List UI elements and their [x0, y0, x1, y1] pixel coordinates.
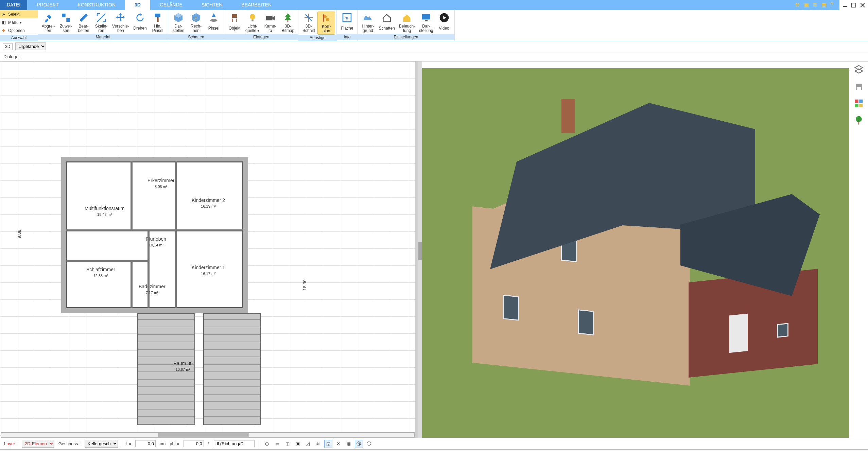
svg-rect-6 [155, 14, 160, 17]
menu-bearbeiten[interactable]: BEARBEITEN [232, 0, 281, 10]
aux-select[interactable]: ➤Selekt [0, 10, 38, 18]
chair-icon [229, 12, 240, 23]
help-icon[interactable]: ? [830, 2, 837, 8]
ribbon-pinsel[interactable]: Pinsel [205, 12, 223, 34]
ribbon-drehen[interactable]: Drehen [131, 12, 149, 34]
close-icon[interactable] [859, 2, 866, 8]
menu-3d[interactable]: 3D [125, 0, 150, 10]
terrain-select[interactable]: Urgelände [15, 42, 46, 50]
ribbon-skalieren[interactable]: Skalie-ren [92, 12, 110, 34]
menu-sichten[interactable]: SICHTEN [192, 0, 232, 10]
layer-select[interactable]: 2D-Elemen [22, 440, 54, 448]
layers2-icon[interactable]: ≋ [314, 440, 322, 448]
ribbon-bitmap[interactable]: 3D-Bitmap [279, 12, 297, 34]
ribbon-abgreifen[interactable]: Abgrei-fen [39, 12, 57, 34]
ribbon-kollision[interactable]: Kolli-sion [317, 12, 335, 35]
svg-point-18 [326, 18, 330, 21]
north-icon[interactable]: Ⓝ [355, 440, 363, 448]
ribbon-beleuchtung[interactable]: Beleuch-tung [397, 12, 417, 34]
view-3d[interactable] [422, 62, 849, 438]
length-input[interactable] [135, 440, 156, 447]
svg-rect-26 [856, 87, 857, 90]
screen-icon[interactable]: ▭ [273, 440, 281, 448]
cube-calc-icon: Σ [191, 12, 202, 23]
bg-icon [362, 12, 373, 23]
ribbon-hintergrund[interactable]: Hinter-grund [359, 12, 377, 34]
angle-icon[interactable]: ◿ [304, 440, 312, 448]
info-icon[interactable]: ⓘ [365, 440, 373, 448]
maximize-icon[interactable] [850, 2, 857, 8]
plan-2d-view[interactable]: Erkerzimmer8,05 m²Kinderzimmer 216,19 m²… [0, 62, 418, 438]
layers-stack-icon[interactable] [854, 64, 864, 74]
ribbon-hinpinsel[interactable]: Hin.Pinsel [149, 12, 167, 34]
assign-icon [60, 12, 71, 23]
svg-rect-12 [236, 19, 237, 22]
house-model [442, 85, 820, 391]
phi-input[interactable] [184, 440, 204, 447]
overlap-icon[interactable]: ◫ [283, 440, 292, 448]
gridsnap-icon[interactable]: ▦ [345, 440, 353, 448]
room-label: Badezimmer7,17 m² [139, 284, 166, 295]
room-label: Erkerzimmer8,05 m² [147, 178, 174, 189]
palette-icon[interactable] [854, 98, 864, 108]
furniture-icon[interactable] [854, 81, 864, 91]
transp-icon[interactable]: ◱ [324, 440, 332, 448]
ribbon-rechnen[interactable]: ΣRech-nen [187, 12, 205, 34]
camera-icon [265, 12, 276, 23]
group-label: Sonstige [298, 35, 336, 41]
ribbon-kamera[interactable]: Kame-ra [261, 12, 279, 34]
svg-rect-23 [425, 20, 428, 21]
group-label: Material [38, 34, 168, 40]
svg-rect-30 [855, 104, 858, 107]
ribbon-schatten-set[interactable]: Schatten [377, 12, 397, 34]
svg-rect-33 [858, 122, 859, 125]
aux-mark[interactable]: ◧Mark.▾ [0, 18, 38, 27]
tree-side-icon[interactable] [854, 115, 864, 125]
group-label: Schatten [168, 34, 224, 40]
menu-konstruktion[interactable]: KONSTRUKTION [68, 0, 125, 10]
clock-icon[interactable]: ◷ [263, 440, 271, 448]
svg-point-13 [250, 14, 255, 19]
mark-icon: ◧ [2, 20, 7, 25]
pane-divider[interactable] [418, 62, 422, 438]
ribbon-bearbeiten[interactable]: Bear-beiten [75, 12, 92, 34]
ribbon-objekt[interactable]: Objekt [226, 12, 243, 34]
window-icon[interactable]: ▣ [804, 2, 811, 8]
layers-icon[interactable]: ≣ [813, 2, 819, 8]
svg-rect-14 [251, 19, 253, 21]
svg-rect-11 [232, 19, 233, 22]
workspace: Erkerzimmer8,05 m²Kinderzimmer 216,19 m²… [0, 62, 868, 438]
menu-projekt[interactable]: PROJEKT [27, 0, 68, 10]
stairwell: Raum 3010,67 m² [129, 313, 269, 438]
ribbon-zuweisen[interactable]: Zuwei-sen [57, 12, 75, 34]
dialoge-label: Dialoge: [3, 54, 20, 59]
view-bar: 3D Urgelände [0, 41, 868, 52]
ribbon-darstellung[interactable]: Dar-stellung [417, 12, 435, 34]
horizontal-scrollbar[interactable] [1, 432, 415, 438]
dialog-bar: Dialoge: [0, 52, 868, 62]
group-label: Einfügen [224, 34, 298, 40]
view-mode-label: 3D [3, 43, 13, 50]
status-bar: Drücken Sie F1, um Hilfe zu erhalten. Se… [0, 449, 868, 451]
minimize-icon[interactable] [841, 2, 848, 8]
dl-input[interactable] [214, 440, 255, 447]
ribbon-darstellen[interactable]: Dar-stellen [170, 12, 187, 34]
paint-icon[interactable]: ▣ [294, 440, 302, 448]
collision-icon [321, 13, 332, 23]
group-label-auswahl: Auswahl [0, 35, 38, 41]
phi-unit: ° [208, 441, 210, 446]
aux-options[interactable]: ✚Optionen [0, 27, 38, 35]
l-unit: cm [160, 441, 166, 446]
geschoss-select[interactable]: Kellergesch [85, 440, 118, 448]
grid-icon[interactable]: ▦ [821, 2, 828, 8]
menu-gelaende[interactable]: GELÄNDE [150, 0, 192, 10]
ribbon-schnitt[interactable]: 3D-Schnitt [300, 12, 317, 35]
ribbon-verschieben[interactable]: Verschie-ben [110, 12, 131, 34]
cross-icon[interactable]: ✕ [334, 440, 343, 448]
settings-icon[interactable]: ⚒ [795, 2, 802, 8]
ribbon-video[interactable]: Video [435, 12, 453, 34]
ribbon-flaeche[interactable]: m²Fläche [338, 12, 356, 34]
group-label: Einstellungen [358, 34, 454, 40]
ribbon-lichtquelle[interactable]: Licht-quelle ▾ [243, 12, 261, 34]
menu-datei[interactable]: DATEI [0, 0, 27, 10]
